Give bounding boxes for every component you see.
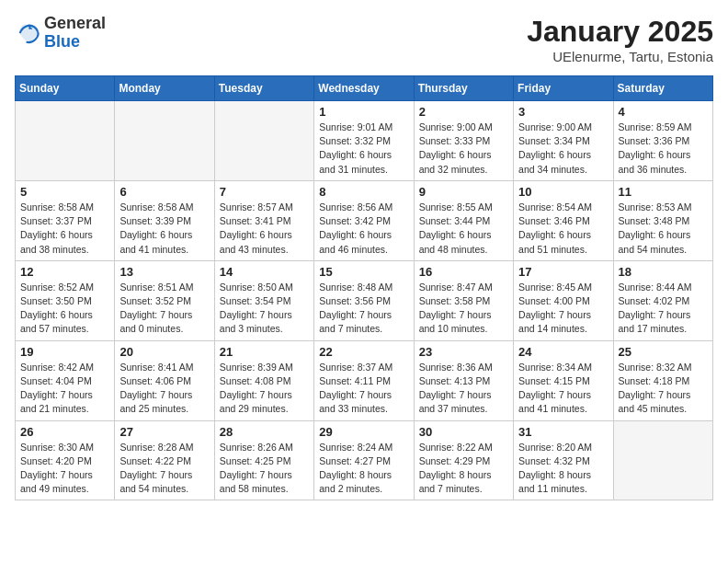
day-detail: Sunrise: 8:24 AM Sunset: 4:27 PM Dayligh…: [319, 441, 408, 497]
day-number: 27: [119, 425, 209, 439]
header-day-sunday: Sunday: [16, 76, 115, 101]
calendar-cell: 24Sunrise: 8:34 AM Sunset: 4:15 PM Dayli…: [514, 340, 613, 420]
day-detail: Sunrise: 8:52 AM Sunset: 3:50 PM Dayligh…: [20, 281, 109, 337]
week-row-2: 12Sunrise: 8:52 AM Sunset: 3:50 PM Dayli…: [16, 260, 713, 340]
day-number: 15: [319, 265, 408, 279]
day-number: 4: [619, 105, 708, 119]
header-row: SundayMondayTuesdayWednesdayThursdayFrid…: [16, 76, 713, 101]
calendar-cell: 27Sunrise: 8:28 AM Sunset: 4:22 PM Dayli…: [115, 420, 214, 500]
calendar-cell: 7Sunrise: 8:57 AM Sunset: 3:41 PM Daylig…: [214, 180, 313, 260]
header-day-wednesday: Wednesday: [314, 76, 414, 101]
calendar-cell: 3Sunrise: 9:00 AM Sunset: 3:34 PM Daylig…: [514, 101, 613, 181]
day-number: 22: [319, 345, 408, 359]
calendar-cell: 28Sunrise: 8:26 AM Sunset: 4:25 PM Dayli…: [214, 420, 313, 500]
header-day-friday: Friday: [514, 76, 613, 101]
logo-general-text: General: [44, 14, 106, 32]
week-row-1: 5Sunrise: 8:58 AM Sunset: 3:37 PM Daylig…: [16, 180, 713, 260]
header-day-tuesday: Tuesday: [214, 76, 313, 101]
day-number: 17: [518, 265, 608, 279]
calendar-cell: 5Sunrise: 8:58 AM Sunset: 3:37 PM Daylig…: [16, 180, 115, 260]
day-number: 21: [220, 345, 309, 359]
calendar-cell: 8Sunrise: 8:56 AM Sunset: 3:42 PM Daylig…: [314, 180, 414, 260]
day-number: 24: [518, 345, 608, 359]
calendar-header: SundayMondayTuesdayWednesdayThursdayFrid…: [16, 76, 713, 101]
day-detail: Sunrise: 8:41 AM Sunset: 4:06 PM Dayligh…: [119, 361, 209, 417]
calendar-cell: 16Sunrise: 8:47 AM Sunset: 3:58 PM Dayli…: [414, 260, 513, 340]
calendar-cell: 20Sunrise: 8:41 AM Sunset: 4:06 PM Dayli…: [115, 340, 214, 420]
calendar-title: January 2025: [527, 15, 713, 49]
day-number: 29: [319, 425, 408, 439]
calendar-cell: 9Sunrise: 8:55 AM Sunset: 3:44 PM Daylig…: [414, 180, 513, 260]
day-detail: Sunrise: 9:00 AM Sunset: 3:33 PM Dayligh…: [419, 121, 508, 177]
day-detail: Sunrise: 8:20 AM Sunset: 4:32 PM Dayligh…: [518, 441, 608, 497]
day-number: 12: [20, 265, 109, 279]
day-detail: Sunrise: 8:42 AM Sunset: 4:04 PM Dayligh…: [20, 361, 109, 417]
calendar-cell: 6Sunrise: 8:58 AM Sunset: 3:39 PM Daylig…: [115, 180, 214, 260]
calendar-cell: [16, 101, 115, 181]
calendar-cell: 4Sunrise: 8:59 AM Sunset: 3:36 PM Daylig…: [613, 101, 712, 181]
day-detail: Sunrise: 8:34 AM Sunset: 4:15 PM Dayligh…: [518, 361, 608, 417]
page-header: General Blue January 2025 UElenurme, Tar…: [15, 15, 713, 64]
day-detail: Sunrise: 8:55 AM Sunset: 3:44 PM Dayligh…: [419, 201, 508, 257]
calendar-cell: 15Sunrise: 8:48 AM Sunset: 3:56 PM Dayli…: [314, 260, 414, 340]
week-row-4: 26Sunrise: 8:30 AM Sunset: 4:20 PM Dayli…: [16, 420, 713, 500]
calendar-cell: 2Sunrise: 9:00 AM Sunset: 3:33 PM Daylig…: [414, 101, 513, 181]
header-day-saturday: Saturday: [613, 76, 712, 101]
calendar-cell: 14Sunrise: 8:50 AM Sunset: 3:54 PM Dayli…: [214, 260, 313, 340]
day-number: 19: [20, 345, 109, 359]
calendar-cell: 22Sunrise: 8:37 AM Sunset: 4:11 PM Dayli…: [314, 340, 414, 420]
day-detail: Sunrise: 8:47 AM Sunset: 3:58 PM Dayligh…: [419, 281, 508, 337]
day-detail: Sunrise: 8:53 AM Sunset: 3:48 PM Dayligh…: [619, 201, 708, 257]
calendar-cell: 26Sunrise: 8:30 AM Sunset: 4:20 PM Dayli…: [16, 420, 115, 500]
day-detail: Sunrise: 8:26 AM Sunset: 4:25 PM Dayligh…: [220, 441, 309, 497]
day-number: 2: [419, 105, 508, 119]
calendar-cell: 17Sunrise: 8:45 AM Sunset: 4:00 PM Dayli…: [514, 260, 613, 340]
calendar-cell: [115, 101, 214, 181]
calendar-cell: 23Sunrise: 8:36 AM Sunset: 4:13 PM Dayli…: [414, 340, 513, 420]
calendar-cell: 29Sunrise: 8:24 AM Sunset: 4:27 PM Dayli…: [314, 420, 414, 500]
day-detail: Sunrise: 8:39 AM Sunset: 4:08 PM Dayligh…: [220, 361, 309, 417]
week-row-3: 19Sunrise: 8:42 AM Sunset: 4:04 PM Dayli…: [16, 340, 713, 420]
day-number: 8: [319, 185, 408, 199]
calendar-cell: [613, 420, 712, 500]
header-day-monday: Monday: [115, 76, 214, 101]
day-detail: Sunrise: 8:30 AM Sunset: 4:20 PM Dayligh…: [20, 441, 109, 497]
day-detail: Sunrise: 8:22 AM Sunset: 4:29 PM Dayligh…: [419, 441, 508, 497]
calendar-cell: [214, 101, 313, 181]
day-number: 23: [419, 345, 508, 359]
day-detail: Sunrise: 8:32 AM Sunset: 4:18 PM Dayligh…: [619, 361, 708, 417]
day-number: 28: [220, 425, 309, 439]
logo-icon: [15, 20, 40, 46]
day-detail: Sunrise: 8:57 AM Sunset: 3:41 PM Dayligh…: [220, 201, 309, 257]
day-detail: Sunrise: 8:36 AM Sunset: 4:13 PM Dayligh…: [419, 361, 508, 417]
week-row-0: 1Sunrise: 9:01 AM Sunset: 3:32 PM Daylig…: [16, 101, 713, 181]
day-number: 6: [119, 185, 209, 199]
calendar-cell: 18Sunrise: 8:44 AM Sunset: 4:02 PM Dayli…: [613, 260, 712, 340]
calendar-subtitle: UElenurme, Tartu, Estonia: [527, 49, 713, 64]
calendar-cell: 12Sunrise: 8:52 AM Sunset: 3:50 PM Dayli…: [16, 260, 115, 340]
day-number: 5: [20, 185, 109, 199]
calendar-cell: 25Sunrise: 8:32 AM Sunset: 4:18 PM Dayli…: [613, 340, 712, 420]
day-detail: Sunrise: 8:54 AM Sunset: 3:46 PM Dayligh…: [518, 201, 608, 257]
logo-blue-text: Blue: [44, 32, 80, 51]
calendar-cell: 13Sunrise: 8:51 AM Sunset: 3:52 PM Dayli…: [115, 260, 214, 340]
day-number: 31: [518, 425, 608, 439]
calendar-cell: 1Sunrise: 9:01 AM Sunset: 3:32 PM Daylig…: [314, 101, 414, 181]
logo: General Blue: [15, 15, 106, 52]
header-day-thursday: Thursday: [414, 76, 513, 101]
day-number: 1: [319, 105, 408, 119]
day-detail: Sunrise: 8:56 AM Sunset: 3:42 PM Dayligh…: [319, 201, 408, 257]
title-block: January 2025 UElenurme, Tartu, Estonia: [527, 15, 713, 64]
day-detail: Sunrise: 8:59 AM Sunset: 3:36 PM Dayligh…: [619, 121, 708, 177]
day-number: 13: [119, 265, 209, 279]
day-number: 18: [619, 265, 708, 279]
day-detail: Sunrise: 8:58 AM Sunset: 3:37 PM Dayligh…: [20, 201, 109, 257]
calendar-cell: 21Sunrise: 8:39 AM Sunset: 4:08 PM Dayli…: [214, 340, 313, 420]
day-detail: Sunrise: 8:44 AM Sunset: 4:02 PM Dayligh…: [619, 281, 708, 337]
day-number: 25: [619, 345, 708, 359]
day-number: 14: [220, 265, 309, 279]
day-number: 7: [220, 185, 309, 199]
day-detail: Sunrise: 8:28 AM Sunset: 4:22 PM Dayligh…: [119, 441, 209, 497]
calendar-cell: 19Sunrise: 8:42 AM Sunset: 4:04 PM Dayli…: [16, 340, 115, 420]
day-number: 16: [419, 265, 508, 279]
